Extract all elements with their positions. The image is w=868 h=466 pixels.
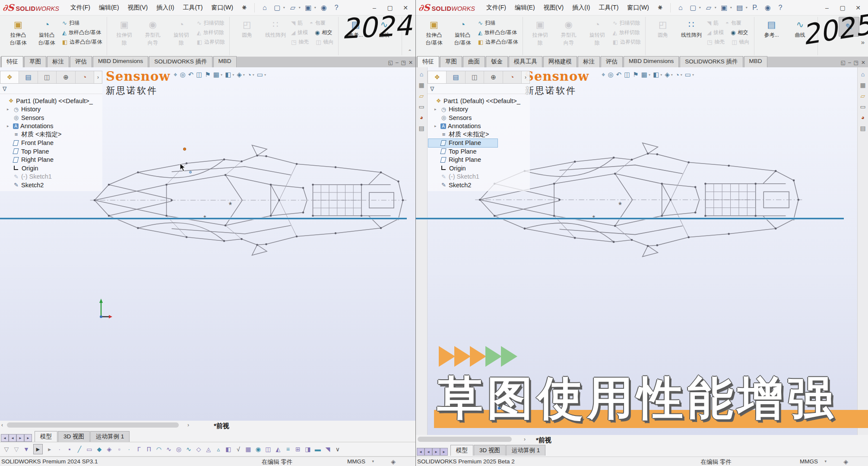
tree-item-material[interactable]: ≡材质 <未指定> (1, 130, 102, 139)
tree-item-sketch2[interactable]: ✎Sketch2 (1, 181, 102, 189)
doc-close-icon[interactable]: ✕ (409, 60, 413, 66)
section-view-icon[interactable]: ◫ (196, 71, 202, 79)
propertymanager-tab[interactable]: ▤ (19, 71, 38, 83)
help-icon[interactable]: ? (331, 3, 342, 13)
menu-item-3[interactable]: 插入(I) (152, 4, 178, 12)
featuremanager-tab[interactable]: ❖ (428, 71, 447, 83)
doc-cascade-icon[interactable]: ◱ (388, 60, 393, 66)
menu-item-1[interactable]: 编辑(E) (95, 4, 124, 12)
mirror-icon[interactable]: ◫ (265, 444, 271, 454)
convert-entities-icon[interactable]: ⊞ (295, 444, 301, 454)
view-palette-icon[interactable]: ▭ (860, 103, 865, 110)
linear-pattern-button[interactable]: ∷线性阵列 (263, 18, 288, 38)
doc-close-icon[interactable]: ✕ (861, 60, 865, 66)
displaymanager-tab[interactable]: ◔ (503, 71, 522, 83)
tree-item-history[interactable]: ▸◷History (1, 105, 102, 114)
dropdown-caret-icon[interactable]: ▾ (699, 6, 701, 9)
dynamic-mirror-icon[interactable]: ◭ (275, 444, 281, 454)
tab-MBD Dimensions[interactable]: MBD Dimensions (93, 56, 148, 67)
user-account-icon[interactable]: ◉ (318, 3, 329, 13)
dropdown-caret-icon[interactable]: ▾ (692, 73, 694, 77)
revolved-boss-base-button[interactable]: ◔旋转凸 台/基体 (450, 18, 475, 46)
tab-scroll-icon-0[interactable]: ◄ (1, 434, 9, 442)
menu-item-2[interactable]: 视图(V) (539, 4, 568, 12)
boundary-cut-button[interactable]: ◧边界切除 (197, 38, 225, 46)
previous-view-icon[interactable]: ↶ (188, 71, 194, 79)
design-library-icon[interactable]: ▦ (860, 82, 865, 88)
tree-item-sensors[interactable]: ◎Sensors (1, 113, 102, 122)
tab-scroll-icon-2[interactable]: ► (432, 448, 440, 456)
tab-scroll-icon-0[interactable]: ◄ (417, 448, 424, 456)
swept-boss-button[interactable]: ∿扫描 (478, 19, 518, 27)
scroll-left-icon[interactable]: ‹ (1, 422, 3, 428)
dropdown-caret-icon[interactable]: ▾ (746, 6, 748, 9)
hole-wizard-button[interactable]: ◉异型孔 向导 (140, 18, 166, 46)
tab-草图[interactable]: 草图 (440, 56, 462, 67)
doc-minimize-icon[interactable]: – (396, 60, 399, 66)
tab-模具工具[interactable]: 模具工具 (509, 56, 542, 67)
boundary-boss-button[interactable]: ◧边界凸台/基体 (478, 38, 518, 46)
dimxpertmanager-tab[interactable]: ⊕ (484, 71, 503, 83)
shell-button[interactable]: ◳抽壳 (707, 38, 725, 46)
status-units[interactable]: MMGS (800, 458, 818, 465)
tree-item-origin[interactable]: Origin (1, 164, 102, 173)
revolved-cut-button[interactable]: ◔旋转切 除 (584, 18, 610, 46)
spline-icon[interactable]: ∿ (186, 444, 192, 454)
dropdown-caret-icon[interactable]: ▾ (264, 73, 266, 77)
lofted-boss-button[interactable]: ◭放样凸台/基体 (62, 29, 102, 36)
swept-boss-button[interactable]: ∿扫描 (62, 19, 102, 27)
section-view-icon[interactable]: ◫ (624, 71, 630, 79)
tab-曲面[interactable]: 曲面 (463, 56, 485, 67)
check-sketch-icon[interactable]: √ (235, 444, 241, 454)
configurationmanager-tab[interactable]: ◫ (466, 71, 484, 83)
tab-评估[interactable]: 评估 (70, 56, 92, 67)
revolved-cut-button[interactable]: ◔旋转切 除 (168, 18, 194, 46)
parallelogram-icon[interactable]: ◆ (96, 444, 102, 454)
shell-button[interactable]: ◳抽壳 (291, 38, 309, 46)
tree-item-sketch2[interactable]: ✎Sketch2 (428, 181, 530, 189)
open-icon[interactable]: ▱ (703, 3, 714, 13)
wrap-button[interactable]: ◓包覆 (725, 19, 741, 27)
menu-item-5[interactable]: 窗口(W) (623, 4, 653, 12)
ribbon-collapse-icon[interactable]: ⌃ (408, 49, 412, 55)
point-icon[interactable]: ▪ (67, 444, 73, 454)
tree-root-part[interactable]: ❖Part1 (Default) <<Default>_ (1, 97, 102, 105)
dropdown-caret-icon[interactable]: ▾ (671, 73, 673, 77)
edit-appearance-icon[interactable]: ◔ (675, 71, 679, 79)
swept-cut-button[interactable]: ∿扫描切除 (613, 19, 641, 27)
units-caret-icon[interactable]: ▾ (824, 459, 827, 463)
view-tab-模型[interactable]: 模型 (35, 431, 57, 442)
doc-minimize-icon[interactable]: – (848, 60, 851, 66)
new-document-icon[interactable]: ▢ (272, 3, 283, 13)
tree-filter-bar[interactable]: ∇ (428, 84, 530, 94)
menu-item-1[interactable]: 编辑(E) (510, 4, 539, 12)
rollback-bar[interactable] (416, 218, 844, 219)
zoom-to-area-icon[interactable]: ◎ (608, 71, 613, 79)
expand-arrow-icon[interactable]: ▸ (434, 107, 439, 111)
intersect-button[interactable]: ◉相交 (731, 29, 748, 36)
sketch-point-hover[interactable] (189, 171, 192, 173)
menu-item-0[interactable]: 文件(F) (482, 4, 510, 12)
dropdown-caret-icon[interactable]: ▾ (221, 73, 222, 77)
tab-SOLIDWORKS 插件[interactable]: SOLIDWORKS 插件 (149, 56, 212, 67)
boundary-cut-button[interactable]: ◧边界切除 (613, 38, 641, 46)
tab-网格建模[interactable]: 网格建模 (543, 56, 577, 67)
custom-properties-icon[interactable]: ▤ (418, 125, 424, 132)
dropdown-caret-icon[interactable]: ▾ (681, 73, 682, 77)
view-tab-3D 视图[interactable]: 3D 视图 (58, 431, 90, 442)
user-account-icon[interactable]: ◉ (762, 3, 773, 13)
design-library-icon[interactable]: ▦ (418, 82, 424, 88)
extruded-boss-base-button[interactable]: ▣拉伸凸 台/基体 (5, 18, 31, 46)
view-orientation-icon[interactable]: ▦ (213, 71, 219, 79)
tab-scroll-icon-2[interactable]: ► (16, 434, 24, 442)
rib-button[interactable]: ◥筋 (707, 19, 719, 27)
home-icon[interactable]: ⌂ (259, 3, 270, 13)
tab-scroll-icon-3[interactable]: ► (24, 434, 32, 442)
tree-item-annotations[interactable]: ▸AAnnotations (428, 122, 530, 131)
horizontal-scrollbar[interactable] (7, 422, 179, 428)
sketch-point-selected[interactable] (183, 148, 186, 151)
car-top-view-sketch[interactable] (85, 135, 412, 265)
slot-icon[interactable]: ▫ (116, 444, 122, 454)
tab-草图[interactable]: 草图 (24, 56, 46, 67)
featuremanager-tab[interactable]: ❖ (0, 71, 19, 83)
